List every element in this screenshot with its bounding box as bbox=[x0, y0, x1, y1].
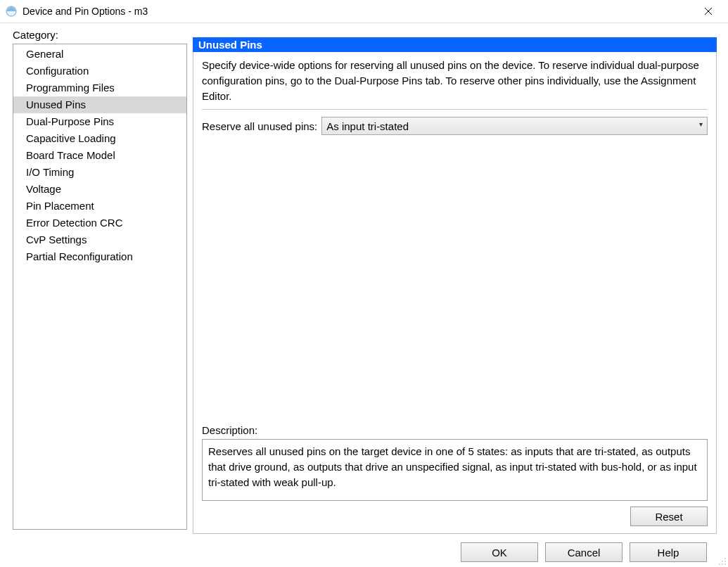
reset-button[interactable]: Reset bbox=[630, 507, 708, 526]
panel-body: Specify device-wide options for reservin… bbox=[193, 52, 717, 534]
svg-point-8 bbox=[719, 563, 720, 565]
category-item[interactable]: Board Trace Model bbox=[13, 147, 186, 164]
chevron-down-icon: ▾ bbox=[699, 120, 703, 128]
panel-title: Unused Pins bbox=[193, 37, 717, 52]
divider bbox=[202, 109, 708, 110]
category-item[interactable]: I/O Timing bbox=[13, 164, 186, 181]
svg-point-7 bbox=[722, 563, 723, 565]
reserve-dropdown-value: As input tri-stated bbox=[326, 120, 409, 132]
svg-point-6 bbox=[724, 563, 726, 565]
category-list[interactable]: GeneralConfigurationProgramming FilesUnu… bbox=[13, 44, 187, 530]
reserve-dropdown[interactable]: As input tri-stated ▾ bbox=[321, 117, 708, 135]
titlebar: Device and Pin Options - m3 bbox=[0, 0, 728, 23]
dialog-buttons: OK Cancel Help bbox=[0, 534, 728, 562]
description-label: Description: bbox=[202, 419, 708, 439]
category-item[interactable]: Pin Placement bbox=[13, 198, 186, 215]
category-item[interactable]: Configuration bbox=[13, 63, 186, 79]
ok-button[interactable]: OK bbox=[461, 542, 538, 562]
category-label: Category: bbox=[13, 23, 187, 44]
category-item[interactable]: Capacitive Loading bbox=[13, 130, 186, 147]
help-button[interactable]: Help bbox=[630, 542, 707, 562]
reserve-label: Reserve all unused pins: bbox=[202, 120, 317, 132]
category-item[interactable]: Partial Reconfiguration bbox=[13, 248, 186, 265]
window-title: Device and Pin Options - m3 bbox=[23, 6, 694, 17]
category-item[interactable]: Dual-Purpose Pins bbox=[13, 113, 186, 130]
svg-point-5 bbox=[722, 561, 723, 562]
category-item[interactable]: General bbox=[13, 46, 186, 63]
panel-intro-text: Specify device-wide options for reservin… bbox=[202, 58, 708, 109]
resize-grip-icon[interactable] bbox=[718, 557, 727, 566]
close-button[interactable] bbox=[694, 1, 722, 21]
svg-point-3 bbox=[724, 558, 726, 559]
app-icon bbox=[6, 6, 17, 17]
category-item[interactable]: Unused Pins bbox=[13, 96, 186, 113]
category-item[interactable]: CvP Settings bbox=[13, 231, 186, 248]
svg-point-4 bbox=[724, 561, 726, 562]
category-item[interactable]: Voltage bbox=[13, 181, 186, 198]
cancel-button[interactable]: Cancel bbox=[545, 542, 622, 562]
category-item[interactable]: Programming Files bbox=[13, 79, 186, 96]
description-box: Reserves all unused pins on the target d… bbox=[202, 439, 708, 501]
category-item[interactable]: Error Detection CRC bbox=[13, 215, 186, 231]
